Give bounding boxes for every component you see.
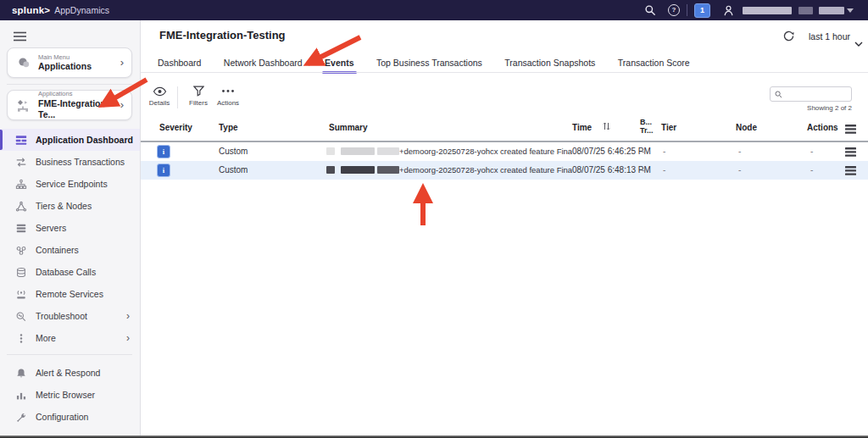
bell-icon bbox=[15, 368, 27, 379]
sidebar-item-database-calls[interactable]: Database Calls bbox=[0, 261, 140, 283]
user-icon[interactable] bbox=[719, 1, 737, 19]
search-icon bbox=[775, 91, 782, 98]
sidebar-item-business-transactions[interactable]: Business Transactions bbox=[0, 151, 140, 173]
cell-summary: +demoorg-20250728-yohcx created feature … bbox=[326, 147, 572, 156]
sidebar-item-troubleshoot[interactable]: Troubleshoot › bbox=[0, 305, 140, 327]
sidebar-item-metric-browser[interactable]: Metric Browser bbox=[0, 384, 140, 406]
troubleshoot-icon bbox=[15, 311, 27, 322]
column-settings-icon[interactable] bbox=[845, 122, 856, 137]
cell-time: 08/07/25 6:46:25 PM bbox=[572, 147, 651, 156]
dashboard-icon bbox=[15, 135, 27, 146]
details-button[interactable]: Details bbox=[141, 85, 178, 107]
redacted-block bbox=[326, 147, 335, 155]
table-row-selected[interactable]: i Custom +demoorg-20250728-yohcx created… bbox=[141, 161, 868, 180]
events-search bbox=[770, 86, 852, 102]
cell-node: - bbox=[738, 165, 741, 175]
sidebar-item-remote-services[interactable]: Remote Services bbox=[0, 283, 140, 305]
time-range-selector[interactable]: last 1 hour bbox=[809, 31, 850, 42]
col-node[interactable]: Node bbox=[736, 123, 757, 132]
application-card[interactable]: Applications FME-Integration-Te... › bbox=[7, 90, 132, 120]
row-menu-icon[interactable] bbox=[845, 147, 856, 158]
sort-icon[interactable] bbox=[603, 121, 610, 133]
sidebar-item-service-endpoints[interactable]: Service Endpoints bbox=[0, 173, 140, 195]
cell-actions: - bbox=[810, 147, 813, 156]
tab-network-dashboard[interactable]: Network Dashboard bbox=[224, 58, 303, 68]
sidebar-item-tiers-nodes[interactable]: Tiers & Nodes bbox=[0, 195, 140, 217]
col-bt-line2: Tr... bbox=[640, 126, 654, 135]
results-count: Showing 2 of 2 bbox=[807, 104, 852, 112]
col-tier[interactable]: Tier bbox=[661, 123, 676, 132]
sidebar-item-configuration[interactable]: Configuration bbox=[0, 406, 140, 428]
sidebar-item-servers[interactable]: Servers bbox=[0, 217, 140, 239]
cell-actions: - bbox=[810, 165, 813, 175]
sidebar-item-containers[interactable]: Containers bbox=[0, 239, 140, 261]
remote-services-icon bbox=[15, 289, 27, 300]
application-card-title: FME-Integration-Te... bbox=[38, 98, 120, 120]
chevron-right-icon: › bbox=[120, 58, 124, 67]
notification-badge[interactable]: 1 bbox=[694, 3, 710, 18]
topbar-divider bbox=[687, 4, 687, 16]
chevron-down-icon[interactable] bbox=[854, 35, 863, 50]
tab-top-business-transactions[interactable]: Top Business Transactions bbox=[376, 58, 482, 68]
table-header: Severity Type Summary Time B...Tr... Tie… bbox=[141, 114, 868, 142]
cell-tier: - bbox=[663, 147, 665, 156]
table-row[interactable]: i Custom +demoorg-20250728-yohcx created… bbox=[141, 142, 868, 162]
tiers-nodes-icon bbox=[15, 201, 27, 212]
caret-down-icon[interactable] bbox=[844, 1, 856, 19]
application-card-eyebrow: Applications bbox=[38, 90, 120, 97]
cell-summary: +demoorg-20250728-yohcx created feature … bbox=[326, 165, 572, 175]
row-menu-icon[interactable] bbox=[845, 166, 856, 177]
redacted-block bbox=[377, 166, 399, 174]
tabs-divider bbox=[141, 72, 868, 73]
tab-dashboard[interactable]: Dashboard bbox=[158, 58, 201, 68]
actions-button[interactable]: Actions bbox=[209, 85, 247, 107]
search-icon[interactable] bbox=[641, 1, 659, 19]
chevron-right-icon: › bbox=[126, 334, 130, 342]
redacted-block bbox=[377, 147, 399, 155]
tab-transaction-score[interactable]: Transaction Score bbox=[618, 58, 690, 68]
service-endpoints-icon bbox=[15, 179, 27, 190]
redacted-account bbox=[798, 7, 813, 14]
tab-transaction-snapshots[interactable]: Transaction Snapshots bbox=[504, 58, 595, 68]
sidebar-item-label: Database Calls bbox=[36, 267, 96, 277]
refresh-icon[interactable] bbox=[782, 30, 795, 46]
page-title: FME-Integration-Testing bbox=[159, 29, 286, 42]
cell-tier: - bbox=[663, 165, 665, 175]
tab-events[interactable]: Events bbox=[325, 58, 353, 68]
sidebar: Main Menu Applications › Applications FM… bbox=[0, 20, 141, 435]
main-menu-card[interactable]: Main Menu Applications › bbox=[7, 47, 132, 78]
hamburger-menu-icon[interactable] bbox=[14, 30, 26, 45]
col-type[interactable]: Type bbox=[219, 123, 238, 132]
database-icon bbox=[15, 267, 27, 278]
sidebar-item-label: Troubleshoot bbox=[36, 311, 87, 321]
search-input[interactable] bbox=[785, 89, 851, 99]
help-icon[interactable]: ? bbox=[665, 1, 683, 19]
col-time[interactable]: Time bbox=[572, 123, 592, 132]
more-icon bbox=[15, 333, 27, 344]
sidebar-item-alert-respond[interactable]: Alert & Respond bbox=[0, 362, 140, 384]
main-content: FME-Integration-Testing last 1 hour Dash… bbox=[141, 20, 868, 435]
info-severity-icon: i bbox=[157, 145, 170, 158]
splunk-logo: splunk> bbox=[12, 5, 50, 15]
sidebar-item-label: More bbox=[36, 333, 56, 343]
col-business-transaction[interactable]: B...Tr... bbox=[640, 118, 654, 135]
wrench-icon bbox=[15, 412, 27, 423]
bar-chart-icon bbox=[15, 390, 27, 401]
summary-text: +demoorg-20250728-yohcx created feature … bbox=[399, 165, 572, 175]
sidebar-item-application-dashboard[interactable]: Application Dashboard bbox=[0, 129, 140, 151]
col-bt-line1: B... bbox=[640, 118, 652, 126]
main-menu-icon bbox=[16, 56, 31, 69]
col-actions[interactable]: Actions bbox=[807, 123, 838, 132]
redacted-block bbox=[326, 166, 335, 174]
redacted-block bbox=[341, 166, 375, 174]
cell-node: - bbox=[738, 147, 741, 156]
sidebar-item-label: Alert & Respond bbox=[36, 368, 100, 378]
actions-label: Actions bbox=[209, 99, 247, 107]
application-icon bbox=[16, 98, 31, 113]
col-severity[interactable]: Severity bbox=[159, 123, 192, 132]
eye-icon bbox=[141, 85, 178, 97]
cell-type: Custom bbox=[219, 165, 248, 175]
sidebar-item-more[interactable]: More › bbox=[0, 327, 140, 349]
transactions-icon bbox=[15, 157, 27, 168]
col-summary[interactable]: Summary bbox=[329, 123, 368, 132]
